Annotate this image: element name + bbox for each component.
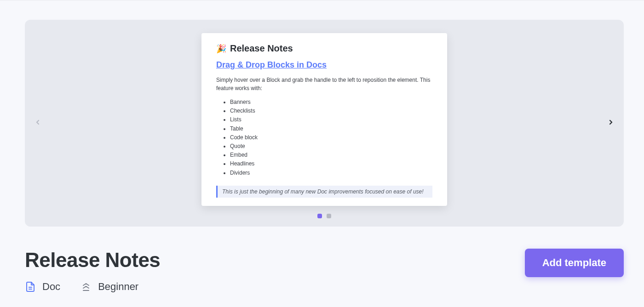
list-item: Banners bbox=[230, 98, 432, 107]
carousel-dots bbox=[317, 214, 331, 218]
meta-row: Doc Beginner bbox=[25, 281, 160, 293]
page-title: Release Notes bbox=[25, 249, 160, 272]
preview-heading-link[interactable]: Drag & Drop Blocks in Docs bbox=[216, 60, 327, 70]
meta-type: Doc bbox=[25, 281, 60, 293]
list-item: Quote bbox=[230, 142, 432, 151]
carousel-next-button[interactable] bbox=[603, 115, 619, 131]
template-info: Release Notes Doc bbox=[25, 249, 160, 293]
carousel-prev-button[interactable] bbox=[29, 115, 46, 131]
chevron-left-icon bbox=[34, 119, 41, 128]
chevron-right-icon bbox=[607, 119, 615, 128]
party-popper-icon: 🎉 bbox=[216, 44, 226, 54]
template-page: 🎉 Release Notes Drag & Drop Blocks in Do… bbox=[0, 0, 644, 293]
add-template-button[interactable]: Add template bbox=[525, 249, 624, 277]
template-header-row: Release Notes Doc bbox=[25, 249, 624, 293]
preview-title: Release Notes bbox=[230, 43, 293, 54]
document-preview: 🎉 Release Notes Drag & Drop Blocks in Do… bbox=[201, 33, 447, 205]
preview-title-row: 🎉 Release Notes bbox=[216, 43, 432, 54]
list-item: Lists bbox=[230, 115, 432, 124]
carousel-dot-1[interactable] bbox=[317, 214, 322, 218]
meta-level-label: Beginner bbox=[98, 281, 138, 293]
list-item: Table bbox=[230, 125, 432, 133]
preview-carousel: 🎉 Release Notes Drag & Drop Blocks in Do… bbox=[25, 20, 624, 227]
list-item: Embed bbox=[230, 151, 432, 159]
meta-level: Beginner bbox=[80, 281, 138, 293]
doc-icon bbox=[25, 281, 36, 292]
carousel-dot-2[interactable] bbox=[327, 214, 331, 218]
meta-type-label: Doc bbox=[42, 281, 60, 293]
list-item: Headlines bbox=[230, 159, 432, 168]
list-item: Checklists bbox=[230, 107, 432, 115]
preview-feature-list: Banners Checklists Lists Table Code bloc… bbox=[216, 98, 432, 177]
preview-description: Simply hover over a Block and grab the h… bbox=[216, 76, 432, 92]
list-item: Code block bbox=[230, 133, 432, 142]
list-item: Dividers bbox=[230, 169, 432, 177]
level-beginner-icon bbox=[80, 281, 92, 292]
preview-quote: This is just the beginning of many new D… bbox=[216, 186, 432, 198]
